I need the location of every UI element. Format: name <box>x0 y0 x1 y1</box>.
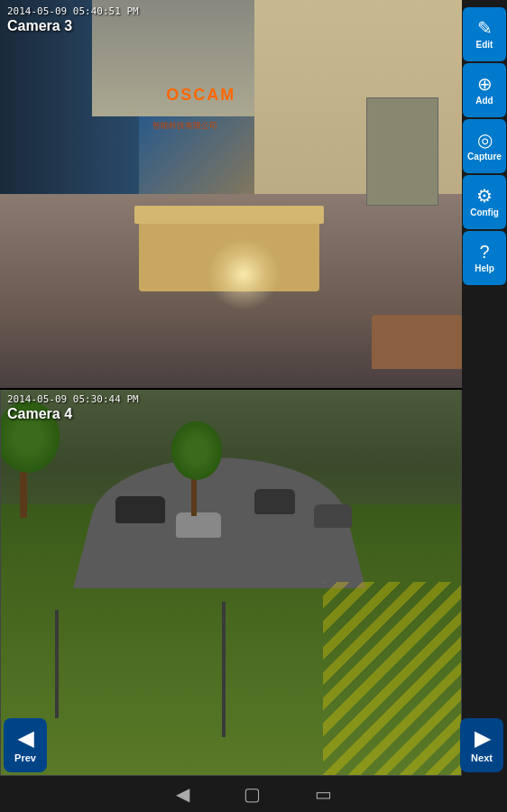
edit-icon: ✎ <box>477 19 493 37</box>
cam4-label: Camera 4 <box>7 406 72 422</box>
bottom-nav-bar: ◀ ▢ ▭ <box>0 776 507 812</box>
config-icon: ⚙ <box>476 187 493 205</box>
recent-apps-nav-icon[interactable]: ▭ <box>315 783 332 805</box>
capture-button[interactable]: ◎ Capture <box>463 119 506 173</box>
next-button[interactable]: ▶ Next <box>460 718 503 772</box>
right-sidebar: ✎ Edit ⊕ Add ◎ Capture ⚙ Config ? Help <box>462 0 507 776</box>
cam3-company-subtext: 智能科技有限公司 <box>152 120 217 132</box>
add-label: Add <box>475 96 493 106</box>
cam4-timestamp: 2014-05-09 05:30:44 PM <box>7 393 139 405</box>
help-button[interactable]: ? Help <box>463 231 506 285</box>
camera-feeds-container: OSCAM 智能科技有限公司 2014-05-09 05:40:51 PM Ca… <box>0 0 462 776</box>
edit-label: Edit <box>476 40 493 50</box>
capture-icon: ◎ <box>477 131 493 149</box>
cam4-border <box>0 388 462 776</box>
prev-button[interactable]: ◀ Prev <box>4 718 47 772</box>
cam3-timestamp: 2014-05-09 05:40:51 PM <box>7 5 139 17</box>
config-button[interactable]: ⚙ Config <box>463 175 506 229</box>
prev-arrow-icon: ◀ <box>18 727 33 751</box>
help-label: Help <box>475 263 494 273</box>
camera-4-feed[interactable]: 2014-05-09 05:30:44 PM Camera 4 <box>0 388 462 776</box>
next-arrow-icon: ▶ <box>475 727 490 751</box>
help-icon: ? <box>479 243 489 261</box>
add-icon: ⊕ <box>477 75 493 93</box>
capture-label: Capture <box>467 152 502 161</box>
back-nav-icon[interactable]: ◀ <box>176 783 189 805</box>
camera-3-feed[interactable]: OSCAM 智能科技有限公司 2014-05-09 05:40:51 PM Ca… <box>0 0 462 388</box>
add-button[interactable]: ⊕ Add <box>463 63 506 117</box>
cam3-sofa <box>372 315 462 369</box>
config-label: Config <box>470 208 499 217</box>
home-nav-icon[interactable]: ▢ <box>244 783 261 805</box>
edit-button[interactable]: ✎ Edit <box>463 7 506 61</box>
cam3-label: Camera 3 <box>7 18 72 34</box>
cam3-shelf <box>366 97 438 206</box>
prev-label: Prev <box>14 752 36 763</box>
cam3-desk-top <box>134 206 324 224</box>
next-label: Next <box>471 752 493 763</box>
cam3-company-sign: OSCAM <box>166 86 235 105</box>
cam3-light-glow <box>207 238 280 310</box>
camera-divider <box>0 388 462 390</box>
